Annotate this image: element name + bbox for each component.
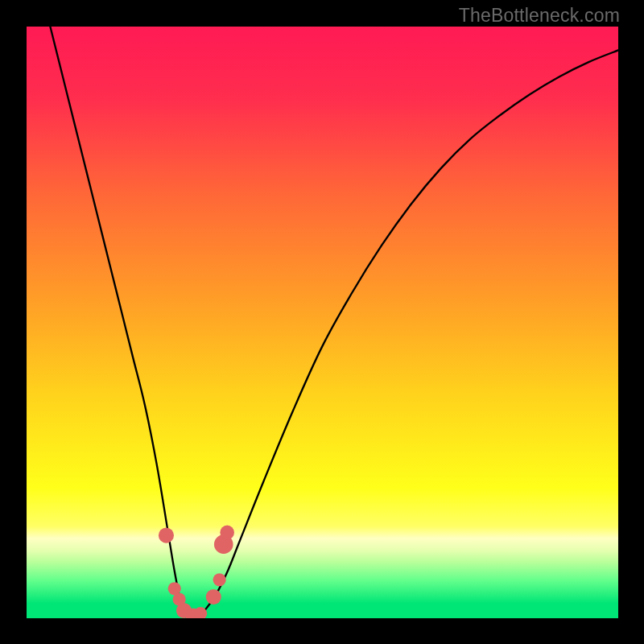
plot-area <box>27 27 618 618</box>
curve-markers <box>159 526 234 618</box>
curve-marker <box>206 589 221 605</box>
bottleneck-curve <box>50 27 618 618</box>
curve-marker <box>213 573 226 586</box>
curve-marker <box>220 526 234 540</box>
chart-frame: TheBottleneck.com <box>0 0 644 644</box>
watermark-text: TheBottleneck.com <box>459 5 620 27</box>
curve-layer <box>27 27 618 618</box>
curve-marker <box>159 528 174 543</box>
